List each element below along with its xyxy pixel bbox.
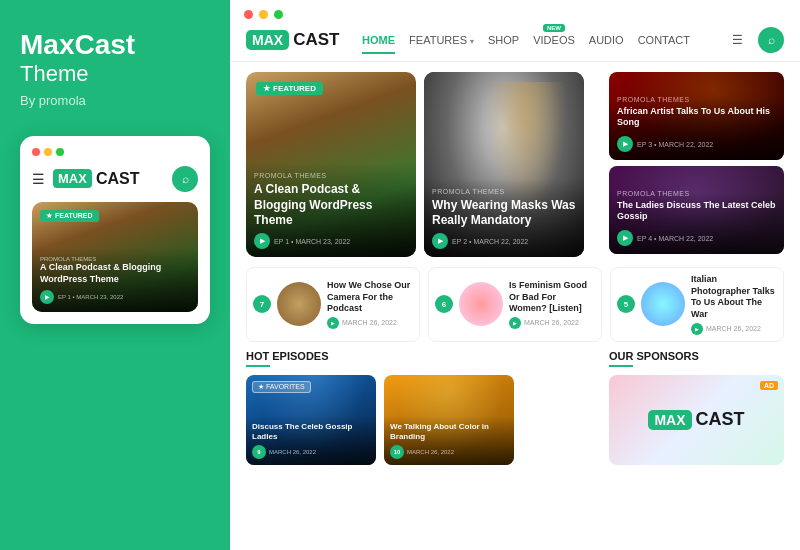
small-card-ladies[interactable]: PROMOLA THEMES The Ladies Discuss The La… [609,166,784,254]
mobile-dot-red [32,148,40,156]
menu-icon-button[interactable]: ☰ [724,27,750,53]
featured-card-large[interactable]: ★ FEATURED PROMOLA THEMES A Clean Podcas… [246,72,416,257]
sponsor-logo: MAXCAST [648,409,744,430]
browser-dot-green [274,10,283,19]
mobile-card-meta: ▶ EP 1 • MARCH 23, 2022 [40,290,190,304]
hot-date-1: MARCH 26, 2022 [269,449,316,455]
hot-card-2[interactable]: We Talking About Color in Branding 10 MA… [384,375,514,465]
nav-item-shop[interactable]: SHOP [488,34,519,46]
hot-ep-num-2: 10 [390,445,404,459]
browser-bar [230,0,800,19]
ladies-card-meta: ▶ EP 4 • MARCH 22, 2022 [617,230,776,246]
mobile-play-button[interactable]: ▶ [40,290,54,304]
list-play-1[interactable]: ▶ [327,317,339,329]
sponsor-logo-suffix: CAST [696,409,745,430]
mobile-featured-label: FEATURED [55,212,93,219]
nav-item-audio[interactable]: AUDIO [589,34,624,46]
hot-episodes-section: HOT EPISODES ★ FAVORITES Discuss The Cel… [246,350,593,465]
mobile-dot-green [56,148,64,156]
site-content: MAXCAST HOME FEATURES ▾ SHOP NEW VIDEOS … [230,19,800,550]
list-thumb-2 [459,282,503,326]
nav-item-home[interactable]: HOME [362,34,395,46]
card-ep: EP 1 • MARCH 23, 2022 [274,238,350,245]
mask-play-button[interactable]: ▶ [432,233,448,249]
list-section: 7 How We Chose Our Camera For the Podcas… [230,267,800,342]
ladies-card-title: The Ladies Discuss The Latest Celeb Goss… [617,200,776,223]
list-ep-num-2: 6 [435,295,453,313]
camera-thumb-image [277,282,321,326]
mobile-mockup: ☰ MAXCAST ⌕ ★ FEATURED PROMOLA THEMES A … [20,136,210,324]
feminism-thumb-image [459,282,503,326]
artist-play-button[interactable]: ▶ [617,136,633,152]
hot-episodes-title-line [246,365,270,367]
mobile-window-dots [32,148,198,156]
mask-card-meta: ▶ EP 2 • MARCH 22, 2022 [432,233,576,249]
site-logo-icon: MAX [246,30,289,50]
mobile-search-button[interactable]: ⌕ [172,166,198,192]
site-nav: HOME FEATURES ▾ SHOP NEW VIDEOS AUDIO CO… [362,34,690,46]
list-content-2: Is Feminism Good Or Bad For Women? [List… [509,280,595,329]
list-date-1: MARCH 26, 2022 [342,319,397,326]
list-ep-num-1: 7 [253,295,271,313]
ladies-card-category: PROMOLA THEMES [617,190,776,197]
list-meta-3: ▶ MARCH 26, 2022 [691,323,777,335]
hot-episodes-title: HOT EPISODES [246,350,593,362]
list-thumb-1 [277,282,321,326]
hot-card-2-title: We Talking About Color in Branding [390,422,508,443]
sponsor-card: AD MAXCAST [609,375,784,465]
hot-card-1-overlay: Discuss The Celeb Gossip Ladles 9 MARCH … [246,416,376,465]
hot-episodes-header: HOT EPISODES [246,350,593,367]
list-title-3: Italian Photographer Talks To Us About T… [691,274,777,321]
mobile-dot-yellow [44,148,52,156]
card-overlay: PROMOLA THEMES A Clean Podcast & Bloggin… [246,162,416,257]
main-grid: ★ FEATURED PROMOLA THEMES A Clean Podcas… [230,62,800,267]
mobile-nav: ☰ MAXCAST ⌕ [32,166,198,192]
nav-item-contact[interactable]: CONTACT [638,34,690,46]
list-play-3[interactable]: ▶ [691,323,703,335]
sponsors-title-line [609,365,633,367]
browser-dot-yellow [259,10,268,19]
card-category: PROMOLA THEMES [254,172,408,179]
list-item-italian[interactable]: 5 Italian Photographer Talks To Us About… [610,267,784,342]
artist-card-ep: EP 3 • MARCH 22, 2022 [637,141,713,148]
hot-card-1[interactable]: ★ FAVORITES Discuss The Celeb Gossip Lad… [246,375,376,465]
ladies-play-button[interactable]: ▶ [617,230,633,246]
site-logo[interactable]: MAXCAST [246,30,339,50]
card-title: A Clean Podcast & Blogging WordPress The… [254,182,408,229]
list-meta-2: ▶ MARCH 26, 2022 [509,317,595,329]
nav-item-features[interactable]: FEATURES ▾ [409,34,474,46]
featured-card-medium[interactable]: PROMOLA THEMES Why Wearing Masks Was Rea… [424,72,584,257]
list-date-3: MARCH 26, 2022 [706,325,761,332]
search-icon-button[interactable]: ⌕ [758,27,784,53]
mask-card-category: PROMOLA THEMES [432,188,576,195]
hot-episodes-grid: ★ FAVORITES Discuss The Celeb Gossip Lad… [246,375,593,465]
list-meta-1: ▶ MARCH 26, 2022 [327,317,413,329]
list-item-camera[interactable]: 7 How We Chose Our Camera For the Podcas… [246,267,420,342]
mask-card-ep: EP 2 • MARCH 22, 2022 [452,238,528,245]
featured-area: ★ FEATURED PROMOLA THEMES A Clean Podcas… [246,72,599,257]
list-item-feminism[interactable]: 6 Is Feminism Good Or Bad For Women? [Li… [428,267,602,342]
nav-item-videos[interactable]: NEW VIDEOS [533,34,575,46]
star-icon: ★ [263,84,270,93]
brand-subtitle: Theme [20,61,210,87]
play-button[interactable]: ▶ [254,233,270,249]
mobile-hamburger-icon[interactable]: ☰ [32,171,45,187]
sponsors-header: OUR SPONSORS [609,350,784,367]
list-play-2[interactable]: ▶ [509,317,521,329]
mobile-featured-badge: ★ FEATURED [40,210,99,222]
list-thumb-3 [641,282,685,326]
mobile-logo-prefix: MAX [53,169,92,188]
mobile-logo: MAXCAST [53,169,139,188]
small-card-artist[interactable]: PROMOLA THEMES African Artist Talks To U… [609,72,784,160]
list-content-1: How We Chose Our Camera For the Podcast … [327,280,413,329]
mask-card-title: Why Wearing Masks Was Really Mandatory [432,198,576,229]
list-date-2: MARCH 26, 2022 [524,319,579,326]
videos-badge: NEW [543,24,565,32]
bottom-sections: HOT EPISODES ★ FAVORITES Discuss The Cel… [230,342,800,473]
brand-title: MaxCast Theme [20,30,210,87]
site-header: MAXCAST HOME FEATURES ▾ SHOP NEW VIDEOS … [230,19,800,62]
artist-card-category: PROMOLA THEMES [617,96,776,103]
hot-card-2-meta: 10 MARCH 26, 2022 [390,445,508,459]
list-title-1: How We Chose Our Camera For the Podcast [327,280,413,315]
right-panel: MAXCAST HOME FEATURES ▾ SHOP NEW VIDEOS … [230,0,800,550]
